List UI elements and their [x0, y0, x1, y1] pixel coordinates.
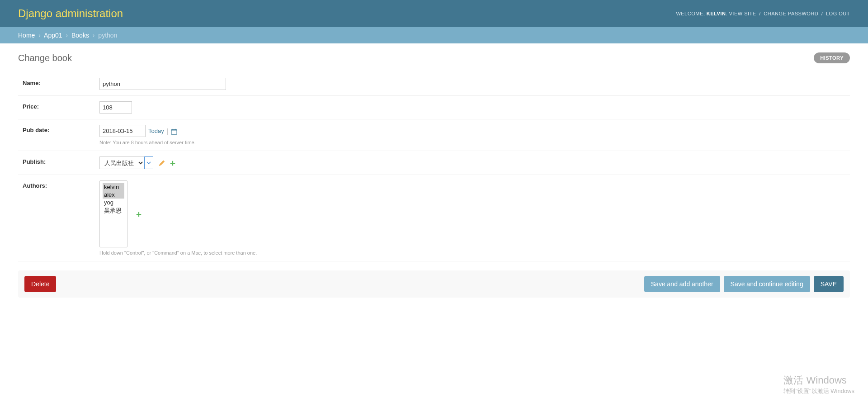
save-add-another-button[interactable]: Save and add another	[644, 276, 720, 292]
breadcrumb-app[interactable]: App01	[44, 32, 62, 39]
row-price: Price:	[18, 96, 850, 119]
view-site-link[interactable]: VIEW SITE	[729, 11, 756, 17]
header: Django administration WELCOME, KELVIN. V…	[0, 0, 868, 27]
publish-label: Publish:	[23, 156, 99, 165]
submit-row: Delete Save and add another Save and con…	[18, 270, 850, 298]
pub-date-label: Pub date:	[23, 125, 99, 133]
authors-option[interactable]: alex	[103, 191, 124, 199]
authors-option[interactable]: kelvin	[103, 183, 124, 191]
row-name: Name:	[18, 72, 850, 96]
calendar-icon[interactable]	[171, 127, 177, 134]
save-button[interactable]: SAVE	[814, 276, 844, 292]
authors-select[interactable]: kelvinalexyog吴承恩	[99, 180, 127, 247]
authors-help: Hold down "Control", or "Command" on a M…	[99, 250, 845, 256]
publish-select[interactable]: 人民出版社	[99, 156, 145, 169]
plus-icon[interactable]	[136, 210, 142, 218]
welcome-text: WELCOME,	[676, 11, 705, 16]
row-pub-date: Pub date: Today | Note: You are 8 hours …	[18, 119, 850, 151]
form-module: Name: Price: Pub date: Today |	[18, 72, 850, 261]
authors-label: Authors:	[23, 180, 99, 189]
logout-link[interactable]: LOG OUT	[826, 11, 850, 17]
row-authors: Authors: kelvinalexyog吴承恩 Hold down "Con…	[18, 175, 850, 261]
chevron-down-icon[interactable]	[144, 156, 153, 169]
today-link[interactable]: Today	[148, 128, 164, 134]
svg-rect-0	[171, 129, 177, 134]
authors-option[interactable]: yog	[103, 199, 124, 206]
page-title: Change book	[18, 53, 72, 63]
price-label: Price:	[23, 101, 99, 110]
breadcrumb: Home › App01 › Books › python	[0, 27, 868, 43]
authors-option[interactable]: 吴承恩	[103, 206, 124, 215]
save-continue-button[interactable]: Save and continue editing	[724, 276, 810, 292]
user-tools: WELCOME, KELVIN. VIEW SITE / CHANGE PASS…	[676, 11, 850, 16]
history-button[interactable]: HISTORY	[814, 52, 850, 63]
price-input[interactable]	[99, 101, 132, 114]
breadcrumb-current: python	[98, 32, 117, 39]
pub-date-input[interactable]	[99, 125, 146, 137]
site-title[interactable]: Django administration	[18, 7, 123, 20]
pub-date-note: Note: You are 8 hours ahead of server ti…	[99, 140, 845, 145]
breadcrumb-model[interactable]: Books	[71, 32, 89, 39]
change-password-link[interactable]: CHANGE PASSWORD	[764, 11, 818, 17]
plus-icon[interactable]	[170, 159, 176, 166]
pencil-icon[interactable]	[159, 159, 165, 166]
name-input[interactable]	[99, 78, 226, 90]
breadcrumb-home[interactable]: Home	[18, 32, 35, 39]
delete-button[interactable]: Delete	[24, 276, 56, 292]
content: Change book HISTORY Name: Price: Pub dat…	[0, 43, 868, 307]
row-publish: Publish: 人民出版社	[18, 151, 850, 175]
username: KELVIN	[707, 11, 726, 16]
name-label: Name:	[23, 78, 99, 86]
